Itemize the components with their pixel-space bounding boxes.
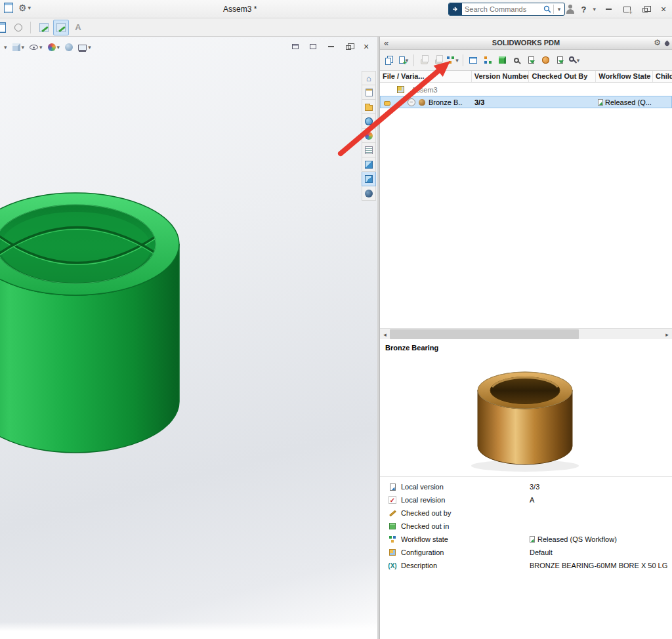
config-box-icon (389, 549, 396, 556)
open-file-icon (557, 56, 563, 64)
preview-bronze-bearing (448, 361, 605, 478)
detail-label: Local version (401, 483, 526, 491)
close-icon: × (364, 42, 369, 51)
change-state-button[interactable]: ▾ (446, 53, 459, 68)
appearances-sphere-icon (365, 132, 373, 140)
instant-2d-button[interactable] (10, 20, 26, 35)
where-used-icon (484, 56, 487, 59)
user-account-icon[interactable] (566, 5, 575, 14)
clipped-tool-button[interactable] (0, 20, 9, 35)
tab-forum[interactable] (362, 186, 376, 201)
column-children[interactable]: Child... (653, 71, 672, 82)
folder-icon (365, 105, 373, 111)
collapse-node-icon[interactable]: − (408, 98, 415, 106)
close-viewport-button[interactable]: × (360, 41, 372, 52)
search-options-dropdown[interactable]: ▾ (554, 6, 564, 12)
column-workflow-state[interactable]: Workflow State (596, 71, 653, 82)
tab-resources[interactable] (362, 85, 376, 100)
close-button[interactable]: × (658, 3, 669, 15)
document-icon (0, 22, 6, 33)
add-file-button[interactable]: ▾ (397, 53, 410, 68)
preview-button[interactable] (510, 53, 523, 68)
display-monitor-icon (78, 45, 87, 51)
where-used-button[interactable] (481, 53, 494, 68)
annotation-button[interactable]: A (70, 20, 86, 35)
chevron-down-icon: ▾ (4, 44, 7, 51)
viewport-menu-dropdown[interactable]: ▾ (3, 41, 9, 53)
maximize-viewport-button[interactable] (307, 41, 319, 52)
float-window-button[interactable] (289, 41, 301, 52)
apply-scene-button[interactable] (64, 41, 74, 53)
tab-appearances[interactable] (362, 129, 376, 143)
column-checked-out-by[interactable]: Checked Out By (529, 71, 596, 82)
search-icon[interactable] (541, 5, 553, 13)
scrollbar-thumb[interactable] (390, 329, 579, 339)
search-scope-icon[interactable] (449, 3, 462, 15)
help-dropdown-icon[interactable]: ▾ (593, 6, 596, 12)
pdm-column-headers: File / Varia... Version Number Checked O… (380, 71, 672, 83)
scroll-left-button[interactable]: ◂ (380, 329, 390, 340)
minimize-viewport-button[interactable] (325, 41, 337, 52)
tab-custom-properties[interactable] (362, 143, 376, 157)
settings-menu[interactable]: ⚙ ▾ (18, 3, 31, 13)
contains-button[interactable] (495, 53, 509, 68)
sketch-button[interactable] (36, 20, 52, 35)
detail-value: BRONZE BEARING-60MM BORE X 50 LG (530, 562, 667, 569)
get-version-button[interactable] (524, 53, 537, 68)
pdm-options-gear-icon[interactable]: ⚙ (654, 38, 661, 47)
search-files-button[interactable]: ▾ (568, 53, 581, 68)
description-icon: (X) (388, 561, 397, 570)
tab-view-palette[interactable] (362, 114, 376, 129)
tree-item-version: 3/3 (474, 98, 484, 106)
tree-row-assembly[interactable]: Assem3 (380, 83, 672, 96)
search-commands-box[interactable]: ▾ (448, 3, 565, 16)
tab-pdm-vault-view[interactable] (362, 172, 376, 186)
hide-show-items-button[interactable]: ▾ (28, 41, 44, 53)
document-title: Assem3 * (223, 5, 257, 14)
edit-appearance-button[interactable]: ▾ (47, 41, 62, 53)
data-card-button[interactable] (467, 53, 480, 68)
open-file-button[interactable] (553, 53, 566, 68)
new-window-button[interactable] (621, 3, 633, 15)
view-settings-button[interactable]: ▾ (77, 41, 93, 53)
tab-file-explorer[interactable] (362, 100, 376, 114)
configuration-icon (388, 548, 397, 557)
main-area: ▾ ▾ ▾ ▾ ▾ × ⌂ « SOLIDW (0, 37, 672, 639)
viewport-window-controls: × (289, 41, 372, 52)
check-out-icon (421, 59, 428, 64)
search-icon (569, 56, 574, 62)
horizontal-scrollbar[interactable]: ◂ ▸ (380, 328, 672, 339)
restore-button[interactable] (639, 3, 651, 15)
chevron-down-icon: ▾ (39, 44, 43, 51)
help-menu[interactable]: ? (581, 5, 587, 14)
quick-toolbar: A (0, 18, 672, 37)
tree-row-bronze-bearing[interactable]: − Bronze B... 3/3 Released (Q... (380, 96, 672, 108)
tab-home[interactable]: ⌂ (362, 71, 376, 85)
column-version-number[interactable]: Version Number (472, 71, 530, 82)
tree-item-label: Bronze B... (429, 98, 463, 106)
column-file[interactable]: File / Varia... (380, 71, 472, 82)
restore-viewport-button[interactable] (343, 41, 354, 52)
web-view-button[interactable] (539, 53, 552, 68)
get-version-icon (528, 56, 534, 64)
part-icon (419, 99, 425, 106)
appearance-sphere-icon (48, 43, 56, 51)
pin-icon[interactable] (664, 41, 671, 47)
active-sketch-tool-button[interactable] (53, 20, 69, 35)
view-orientation-button[interactable]: ▾ (11, 41, 26, 53)
checked-out-by-icon (388, 508, 397, 518)
scroll-right-button[interactable]: ▸ (662, 329, 672, 340)
model-green-bushing[interactable] (0, 37, 377, 639)
search-input[interactable] (462, 5, 541, 13)
app-icon[interactable] (4, 3, 13, 13)
local-revision-icon: ✓ (388, 495, 397, 505)
tree-item-label: Assem3 (411, 86, 438, 94)
home-icon: ⌂ (366, 74, 371, 83)
pdm-details-pane: Local version 3/3 ✓ Local revision A Che… (380, 477, 672, 639)
tab-pdm-search[interactable] (362, 157, 376, 172)
minimize-button[interactable] (602, 3, 614, 15)
graphics-viewport[interactable]: ▾ ▾ ▾ ▾ ▾ × (0, 37, 377, 639)
detail-row-checked-out-by: Checked out by (380, 507, 672, 519)
copy-file-button[interactable] (383, 53, 396, 68)
released-state-icon (530, 536, 535, 543)
